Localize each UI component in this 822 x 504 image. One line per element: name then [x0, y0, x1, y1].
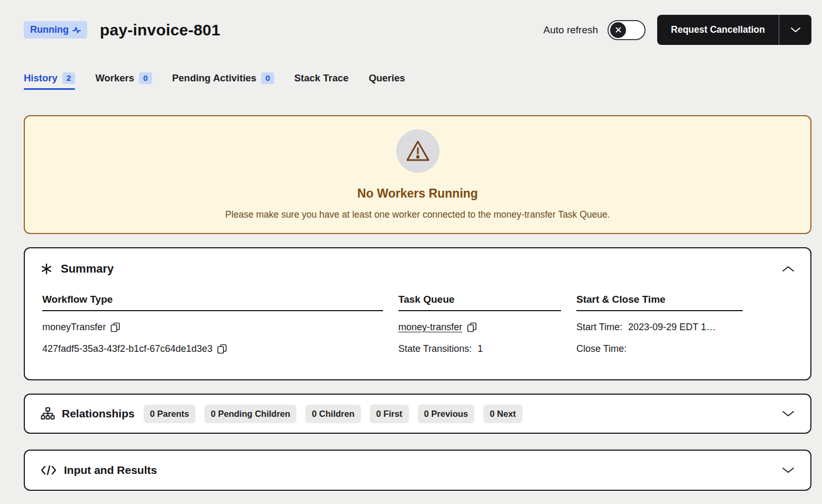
tab-workers[interactable]: Workers 0 — [95, 72, 152, 89]
next-badge: 0 Next — [483, 405, 522, 423]
task-queue-header: Task Queue — [398, 294, 561, 311]
children-badge: 0 Children — [305, 405, 361, 423]
x-icon — [614, 26, 622, 34]
banner-title: No Workers Running — [357, 186, 478, 201]
code-icon — [41, 464, 57, 476]
tab-pending-activities[interactable]: Pending Activities 0 — [172, 72, 274, 89]
chevron-down-icon — [782, 467, 795, 473]
tab-count-badge: 0 — [139, 72, 152, 84]
workflow-detail-page: Running pay-invoice-801 Auto refresh — [0, 0, 822, 504]
state-transitions-value: 1 — [478, 343, 483, 354]
banner-message: Please make sure you have at least one w… — [225, 209, 610, 220]
cancel-button-group: Request Cancellation — [657, 15, 811, 45]
tab-label: History — [24, 72, 58, 84]
page-title: pay-invoice-801 — [100, 21, 220, 39]
tab-label: Queries — [369, 72, 405, 84]
parents-badge: 0 Parents — [144, 405, 195, 423]
start-time-label: Start Time: — [576, 322, 622, 333]
warning-triangle-icon — [405, 139, 431, 163]
relationships-badges: 0 Parents 0 Pending Children 0 Children … — [144, 405, 522, 423]
toggle-knob — [610, 22, 626, 38]
request-cancellation-button[interactable]: Request Cancellation — [657, 15, 779, 45]
task-queue-column: Task Queue money-transfer State Transiti… — [398, 294, 561, 354]
auto-refresh-toggle[interactable] — [608, 20, 646, 40]
task-queue-link[interactable]: money-transfer — [398, 322, 462, 333]
auto-refresh-label: Auto refresh — [544, 24, 599, 36]
warning-icon-circle — [396, 129, 440, 173]
input-results-card: Input and Results — [24, 450, 811, 491]
summary-header[interactable]: Summary — [41, 262, 795, 276]
sitemap-icon — [41, 407, 55, 421]
relationships-header[interactable]: Relationships 0 Parents 0 Pending Childr… — [41, 395, 795, 433]
tab-queries[interactable]: Queries — [369, 72, 405, 89]
asterisk-icon — [41, 263, 52, 275]
first-badge: 0 First — [370, 405, 409, 423]
start-time-value: 2023-09-29 EDT 1… — [628, 322, 716, 333]
page-header: Running pay-invoice-801 Auto refresh — [0, 0, 822, 45]
previous-badge: 0 Previous — [418, 405, 474, 423]
copy-task-queue-button[interactable] — [467, 322, 477, 332]
relationships-title: Relationships — [62, 407, 135, 420]
tab-count-badge: 2 — [62, 72, 76, 84]
copy-workflow-type-button[interactable] — [110, 322, 120, 332]
copy-run-id-button[interactable] — [217, 344, 227, 354]
tab-history[interactable]: History 2 — [24, 72, 75, 89]
chevron-up-icon — [782, 266, 795, 272]
tab-label: Pending Activities — [172, 72, 257, 84]
summary-columns: Workflow Type moneyTransfer 427fadf5-35a… — [41, 294, 795, 354]
close-time-label: Close Time: — [576, 343, 627, 354]
chevron-down-icon — [790, 27, 801, 33]
time-header: Start & Close Time — [576, 294, 743, 311]
input-results-title: Input and Results — [64, 464, 157, 477]
summary-title: Summary — [61, 262, 114, 276]
tab-bar: History 2 Workers 0 Pending Activities 0… — [24, 72, 811, 89]
tab-stack-trace[interactable]: Stack Trace — [294, 72, 349, 89]
chevron-down-icon — [782, 410, 795, 417]
run-id-value: 427fadf5-35a3-43f2-b1cf-67c64de1d3e3 — [42, 343, 212, 354]
relationships-card: Relationships 0 Parents 0 Pending Childr… — [24, 394, 811, 434]
summary-card: Summary Workflow Type moneyTransfer — [24, 247, 811, 380]
tab-label: Stack Trace — [294, 72, 349, 84]
no-workers-banner: No Workers Running Please make sure you … — [24, 115, 811, 234]
tab-label: Workers — [95, 72, 134, 84]
status-badge-label: Running — [30, 24, 69, 35]
state-transitions-label: State Transitions: — [398, 343, 472, 354]
status-badge: Running — [24, 21, 87, 39]
tab-count-badge: 0 — [261, 72, 274, 84]
pending-children-badge: 0 Pending Children — [204, 405, 296, 423]
workflow-type-value: moneyTransfer — [42, 322, 106, 333]
workflow-type-header: Workflow Type — [42, 294, 383, 311]
cancel-menu-button[interactable] — [779, 15, 811, 45]
input-results-header[interactable]: Input and Results — [41, 451, 795, 490]
heartbeat-icon — [72, 26, 81, 34]
time-column: Start & Close Time Start Time: 2023-09-2… — [576, 294, 743, 354]
workflow-type-column: Workflow Type moneyTransfer 427fadf5-35a… — [42, 294, 383, 354]
header-actions: Auto refresh Request Cancellation — [544, 15, 811, 45]
